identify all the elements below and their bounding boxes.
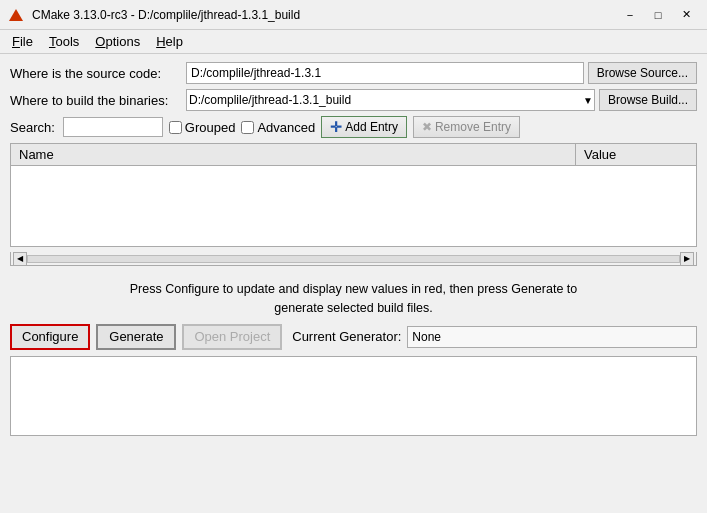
close-button[interactable]: ✕ <box>673 4 699 26</box>
advanced-checkbox[interactable] <box>241 121 254 134</box>
grouped-label: Grouped <box>185 120 236 135</box>
browse-build-button[interactable]: Browse Build... <box>599 89 697 111</box>
build-label: Where to build the binaries: <box>10 93 180 108</box>
bottom-button-row: Configure Generate Open Project Current … <box>0 324 707 350</box>
scroll-left-button[interactable]: ◀ <box>13 252 27 266</box>
remove-entry-label: Remove Entry <box>435 120 511 134</box>
current-generator-input[interactable] <box>407 326 697 348</box>
menu-help[interactable]: Help <box>148 32 191 51</box>
current-generator-label: Current Generator: <box>292 329 401 344</box>
minimize-button[interactable]: − <box>617 4 643 26</box>
grouped-checkbox[interactable] <box>169 121 182 134</box>
entries-table: Name Value <box>10 143 697 247</box>
build-dropdown[interactable]: D:/complile/jthread-1.3.1_build <box>186 89 595 111</box>
remove-entry-button[interactable]: ✖ Remove Entry <box>413 116 520 138</box>
menu-bar: File Tools Options Help <box>0 30 707 54</box>
col-value: Value <box>576 144 696 165</box>
search-label: Search: <box>10 120 55 135</box>
scrollbar-track <box>27 255 680 263</box>
title-bar: CMake 3.13.0-rc3 - D:/complile/jthread-1… <box>0 0 707 30</box>
plus-icon: ✛ <box>330 119 342 135</box>
table-body <box>11 166 696 246</box>
add-entry-label: Add Entry <box>345 120 398 134</box>
menu-options[interactable]: Options <box>87 32 148 51</box>
generate-button[interactable]: Generate <box>96 324 176 350</box>
browse-source-button[interactable]: Browse Source... <box>588 62 697 84</box>
build-row: Where to build the binaries: D:/complile… <box>10 89 697 111</box>
window-controls: − □ ✕ <box>617 4 699 26</box>
maximize-button[interactable]: □ <box>645 4 671 26</box>
horizontal-scrollbar[interactable]: ◀ ▶ <box>10 252 697 266</box>
info-line2: generate selected build files. <box>20 299 687 318</box>
cmake-icon <box>8 6 26 24</box>
source-row: Where is the source code: Browse Source.… <box>10 62 697 84</box>
x-icon: ✖ <box>422 120 432 134</box>
table-header: Name Value <box>11 144 696 166</box>
col-name: Name <box>11 144 576 165</box>
info-line1: Press Configure to update and display ne… <box>20 280 687 299</box>
add-entry-button[interactable]: ✛ Add Entry <box>321 116 407 138</box>
configure-button[interactable]: Configure <box>10 324 90 350</box>
window-title: CMake 3.13.0-rc3 - D:/complile/jthread-1… <box>32 8 617 22</box>
info-text: Press Configure to update and display ne… <box>0 274 707 324</box>
source-input[interactable] <box>186 62 584 84</box>
source-label: Where is the source code: <box>10 66 180 81</box>
output-area[interactable] <box>10 356 697 436</box>
grouped-checkbox-group: Grouped <box>169 120 236 135</box>
main-content: Where is the source code: Browse Source.… <box>0 54 707 274</box>
advanced-checkbox-group: Advanced <box>241 120 315 135</box>
search-input[interactable] <box>63 117 163 137</box>
scroll-right-button[interactable]: ▶ <box>680 252 694 266</box>
menu-tools[interactable]: Tools <box>41 32 87 51</box>
advanced-label: Advanced <box>257 120 315 135</box>
open-project-button[interactable]: Open Project <box>182 324 282 350</box>
toolbar-row: Search: Grouped Advanced ✛ Add Entry ✖ R… <box>10 116 697 138</box>
menu-file[interactable]: File <box>4 32 41 51</box>
